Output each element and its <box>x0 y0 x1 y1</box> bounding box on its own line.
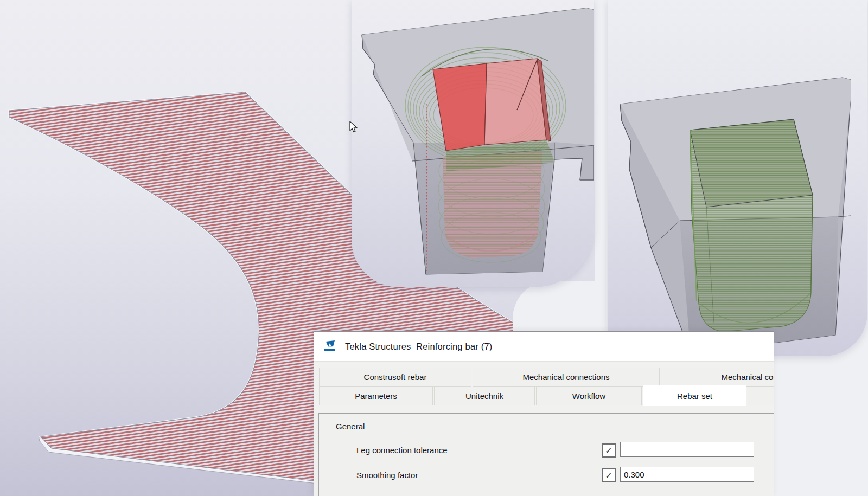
leg-connection-tolerance-checkbox[interactable]: ✓ <box>602 443 616 458</box>
smoothing-factor-input[interactable] <box>620 467 754 482</box>
red-rebar-box <box>433 59 551 151</box>
tekla-workspace: Tekla Structures Reinforcing bar (7) Con… <box>0 0 868 496</box>
smoothing-factor-label: Smoothing factor <box>356 471 418 480</box>
tab-row-2: Parameters Unitechnik Workflow Rebar set <box>319 387 774 408</box>
tab-row-1: Construsoft rebar Mechanical connections… <box>319 368 774 387</box>
leg-connection-tolerance-input[interactable] <box>620 442 754 457</box>
tab-mechanical-connections-2[interactable]: Mechanical connections <box>661 368 774 387</box>
section-title: General <box>336 422 365 431</box>
tab-filler <box>748 387 774 405</box>
rebar-set-general-group: General Leg connection tolerance ✓ Smoot… <box>318 413 774 496</box>
field-row-smoothing-factor: Smoothing factor ✓ <box>319 467 774 484</box>
dialog-titlebar[interactable]: Tekla Structures Reinforcing bar (7) <box>314 332 774 361</box>
cursor-arrow-icon <box>348 120 359 133</box>
tab-rebar-set[interactable]: Rebar set <box>643 385 746 406</box>
tab-unitechnik[interactable]: Unitechnik <box>434 387 535 405</box>
tab-workflow[interactable]: Workflow <box>536 387 642 405</box>
leg-connection-tolerance-label: Leg connection tolerance <box>356 446 448 455</box>
smoothing-factor-checkbox[interactable]: ✓ <box>602 468 616 482</box>
view-corbel-green[interactable] <box>608 0 867 356</box>
corbel-red-canvas <box>352 0 594 287</box>
field-row-leg-connection-tolerance: Leg connection tolerance ✓ <box>319 442 774 459</box>
tab-parameters[interactable]: Parameters <box>319 387 433 405</box>
view-corbel-red-green[interactable] <box>352 0 594 287</box>
tab-mechanical-connections-1[interactable]: Mechanical connections <box>473 368 660 387</box>
dialog-title: Tekla Structures Reinforcing bar (7) <box>345 342 493 352</box>
green-rebar-set <box>690 119 813 332</box>
tekla-logo-icon <box>323 340 337 353</box>
reinforcing-bar-dialog: Tekla Structures Reinforcing bar (7) Con… <box>314 331 774 496</box>
tab-construsoft-rebar[interactable]: Construsoft rebar <box>319 368 471 387</box>
corbel-green-canvas <box>608 0 867 356</box>
tabstrip: Construsoft rebar Mechanical connections… <box>314 361 774 414</box>
